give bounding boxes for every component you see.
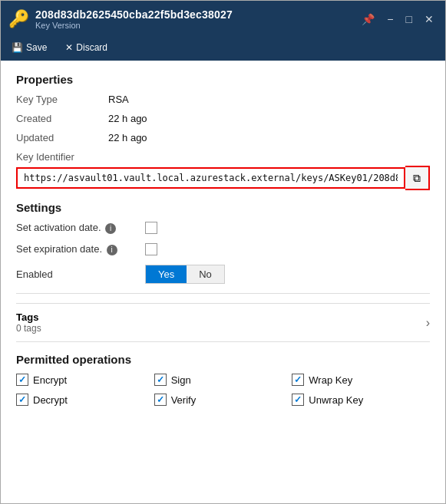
key-type-row: Key Type RSA	[16, 94, 430, 105]
op-label-unwrap_key: Unwrap Key	[309, 394, 363, 406]
op-item-encrypt: Encrypt	[16, 374, 154, 386]
enabled-label: Enabled	[16, 268, 139, 280]
tags-chevron-icon: ›	[426, 316, 430, 330]
updated-row: Updated 22 h ago	[16, 132, 430, 143]
created-value: 22 h ago	[108, 113, 147, 124]
op-checkbox-decrypt[interactable]	[16, 394, 28, 406]
save-button[interactable]: 💾 Save	[8, 41, 50, 54]
operations-grid: EncryptSignWrap KeyDecryptVerifyUnwrap K…	[16, 374, 430, 406]
created-row: Created 22 h ago	[16, 113, 430, 124]
permitted-operations-section: Permitted operations EncryptSignWrap Key…	[16, 353, 430, 406]
discard-label: Discard	[76, 42, 107, 53]
title-bar: 🔑 208d83db2625450cba22f5bd3ec38027 Key V…	[1, 1, 445, 38]
content-area: Properties Key Type RSA Created 22 h ago…	[1, 61, 445, 503]
updated-value: 22 h ago	[108, 132, 147, 143]
maximize-button[interactable]: □	[402, 12, 416, 27]
enabled-toggle: Yes No	[145, 265, 225, 284]
op-checkbox-unwrap_key[interactable]	[292, 394, 304, 406]
key-identifier-label: Key Identifier	[16, 151, 430, 163]
minimize-button[interactable]: −	[383, 12, 397, 27]
op-item-sign: Sign	[154, 374, 292, 386]
discard-icon: ✕	[65, 42, 73, 53]
divider-1	[16, 293, 430, 294]
settings-title: Settings	[16, 201, 430, 214]
activation-label: Set activation date. i	[16, 222, 139, 234]
key-identifier-row: ⧉	[16, 166, 430, 190]
permitted-operations-title: Permitted operations	[16, 353, 430, 366]
yes-toggle-button[interactable]: Yes	[146, 265, 187, 283]
tags-count: 0 tags	[16, 323, 41, 334]
op-label-decrypt: Decrypt	[33, 394, 68, 406]
properties-section: Properties Key Type RSA Created 22 h ago…	[16, 73, 430, 190]
close-button[interactable]: ✕	[421, 12, 438, 27]
tags-left: Tags 0 tags	[16, 311, 41, 334]
tags-row[interactable]: Tags 0 tags ›	[16, 303, 430, 342]
discard-button[interactable]: ✕ Discard	[62, 41, 111, 54]
op-checkbox-wrap_key[interactable]	[292, 374, 304, 386]
activation-row: Set activation date. i	[16, 222, 430, 234]
window-subtitle: Key Version	[35, 21, 233, 30]
copy-icon: ⧉	[413, 172, 421, 185]
created-label: Created	[16, 113, 108, 124]
no-toggle-button[interactable]: No	[187, 265, 224, 283]
op-label-sign: Sign	[171, 374, 191, 386]
op-item-wrap_key: Wrap Key	[292, 374, 430, 386]
op-checkbox-encrypt[interactable]	[16, 374, 28, 386]
expiration-row: Set expiration date. i	[16, 243, 430, 255]
title-controls: 📌 − □ ✕	[358, 12, 438, 27]
pin-button[interactable]: 📌	[358, 12, 378, 27]
expiration-checkbox[interactable]	[145, 243, 157, 255]
activation-info-icon[interactable]: i	[105, 223, 116, 234]
title-left: 🔑 208d83db2625450cba22f5bd3ec38027 Key V…	[8, 8, 233, 30]
op-label-verify: Verify	[171, 394, 197, 406]
save-label: Save	[26, 42, 47, 53]
save-icon: 💾	[12, 42, 23, 53]
settings-section: Settings Set activation date. i Set expi…	[16, 201, 430, 284]
expiration-label: Set expiration date. i	[16, 243, 139, 255]
properties-title: Properties	[16, 73, 430, 86]
enabled-row: Enabled Yes No	[16, 265, 430, 284]
window-title: 208d83db2625450cba22f5bd3ec38027	[35, 8, 233, 21]
title-text: 208d83db2625450cba22f5bd3ec38027 Key Ver…	[35, 8, 233, 30]
main-window: 🔑 208d83db2625450cba22f5bd3ec38027 Key V…	[0, 0, 446, 504]
op-checkbox-sign[interactable]	[154, 374, 167, 386]
tags-title: Tags	[16, 311, 41, 323]
op-item-verify: Verify	[154, 394, 292, 406]
key-type-value: RSA	[108, 94, 129, 105]
toolbar: 💾 Save ✕ Discard	[1, 38, 445, 61]
copy-button[interactable]: ⧉	[405, 166, 430, 190]
op-item-unwrap_key: Unwrap Key	[292, 394, 430, 406]
op-checkbox-verify[interactable]	[154, 394, 167, 406]
op-item-decrypt: Decrypt	[16, 394, 154, 406]
updated-label: Updated	[16, 132, 108, 143]
key-identifier-input[interactable]	[16, 167, 405, 189]
key-type-label: Key Type	[16, 94, 108, 105]
activation-checkbox[interactable]	[145, 222, 157, 234]
op-label-wrap_key: Wrap Key	[309, 374, 352, 386]
key-icon: 🔑	[8, 9, 29, 29]
op-label-encrypt: Encrypt	[33, 374, 67, 386]
expiration-info-icon[interactable]: i	[107, 245, 117, 255]
